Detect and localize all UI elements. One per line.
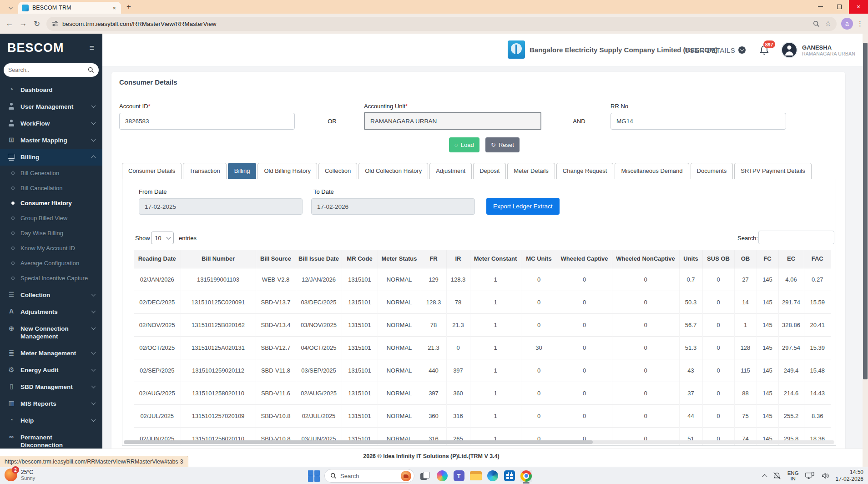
column-header-fc[interactable]: FC [757, 250, 778, 268]
volume-icon[interactable] [821, 471, 830, 480]
column-header-sus-ob[interactable]: SUS OB [702, 250, 734, 268]
tab-miscellaneous-demand[interactable]: Miscellaneous Demand [615, 163, 689, 179]
bookmark-star-icon[interactable]: ☆ [825, 20, 831, 28]
column-header-wheeled-captive[interactable]: Wheeled Captive [557, 250, 612, 268]
column-header-bill-number[interactable]: Bill Number [181, 250, 256, 268]
edge-button[interactable] [486, 470, 499, 482]
tray-expand-icon[interactable] [762, 474, 767, 479]
file-explorer-button[interactable] [469, 470, 482, 482]
notifications-off-icon[interactable] [772, 471, 782, 480]
back-button[interactable]: ← [3, 19, 16, 28]
sidebar-item-bill-cancellation[interactable]: Bill Cancellation [0, 181, 102, 196]
zoom-icon[interactable] [813, 20, 820, 27]
taskbar-weather[interactable]: 2 25°C Sunny [5, 469, 35, 481]
tab-old-billing-history[interactable]: Old Billing History [257, 163, 317, 179]
tab-transaction[interactable]: Transaction [183, 163, 226, 179]
language-indicator[interactable]: ENGIN [787, 470, 799, 481]
browser-profile-avatar[interactable]: a [841, 18, 853, 30]
new-tab-button[interactable]: + [126, 2, 131, 11]
from-date-input[interactable] [139, 198, 303, 215]
start-button[interactable] [308, 470, 320, 482]
column-header-meter-status[interactable]: Meter Status [378, 250, 421, 268]
tab-documents[interactable]: Documents [691, 163, 733, 179]
rr-no-input[interactable] [611, 113, 786, 130]
sidebar-item-master-mapping[interactable]: Master Mapping [0, 132, 102, 149]
sidebar-item-meter-management[interactable]: Meter Management [0, 345, 102, 362]
sidebar-item-help[interactable]: Help [0, 412, 102, 429]
sidebar-item-bill-generation[interactable]: Bill Generation [0, 166, 102, 181]
sidebar-item-billing[interactable]: Billing [0, 149, 102, 166]
sidebar-item-workflow[interactable]: WorkFlow [0, 115, 102, 132]
sidebar-item-dashboard[interactable]: Dashboard [0, 81, 102, 98]
sidebar-item-collection[interactable]: Collection [0, 287, 102, 303]
network-icon[interactable] [805, 471, 815, 480]
taskbar-search[interactable]: Search [324, 469, 414, 483]
to-date-input[interactable] [311, 198, 475, 215]
export-ledger-button[interactable]: Export Ledger Extract [486, 198, 560, 215]
load-button[interactable]: ◌Load [449, 137, 479, 152]
taskbar-clock[interactable]: 14:5017-02-2026 [836, 469, 863, 483]
task-view-button[interactable] [419, 470, 431, 482]
tab-meter-details[interactable]: Meter Details [507, 163, 555, 179]
browser-menu-icon[interactable]: ⋮ [857, 20, 863, 28]
sidebar-item-group-billed-view[interactable]: Group Billed View [0, 211, 102, 226]
teams-button[interactable]: T [453, 470, 465, 482]
column-header-reading-date[interactable]: Reading Date [134, 250, 181, 268]
forward-button[interactable]: → [16, 19, 30, 28]
store-button[interactable] [503, 470, 515, 482]
column-header-mr-code[interactable]: MR Code [342, 250, 378, 268]
sidebar-item-consumer-history[interactable]: Consumer History [0, 196, 102, 211]
column-header-units[interactable]: Units [679, 250, 702, 268]
window-minimize-button[interactable] [811, 0, 830, 14]
account-id-input[interactable] [119, 113, 295, 130]
window-close-button[interactable]: × [849, 0, 868, 14]
column-header-mc-units[interactable]: MC Units [521, 250, 557, 268]
page-size-select[interactable]: 10 [151, 232, 174, 244]
reload-button[interactable]: ↻ [30, 19, 44, 29]
column-header-wheeled-noncaptive[interactable]: Wheeled NonCaptive [612, 250, 679, 268]
sidebar-item-day-wise-billing[interactable]: Day Wise Billing [0, 226, 102, 241]
column-header-ir[interactable]: IR [446, 250, 470, 268]
column-header-bill-issue-date[interactable]: Bill Issue Date [296, 250, 342, 268]
tab-billing[interactable]: Billing [228, 163, 257, 179]
sidebar-search-input[interactable] [8, 67, 88, 73]
window-maximize-button[interactable] [830, 0, 849, 14]
tab-collection[interactable]: Collection [318, 163, 357, 179]
browser-tab[interactable]: BESCOM-TRM × [18, 2, 121, 14]
column-header-fr[interactable]: FR [421, 250, 446, 268]
copilot-button[interactable] [436, 470, 448, 482]
tab-consumer-details[interactable]: Consumer Details [122, 163, 182, 179]
tab-change-request[interactable]: Change Request [556, 163, 614, 179]
tab-search-icon[interactable] [9, 5, 13, 10]
tab-srtpv-payment-details[interactable]: SRTPV Payment Details [734, 163, 811, 179]
horizontal-scrollbar[interactable] [124, 440, 834, 444]
sidebar-item-average-configuration[interactable]: Average Configuration [0, 256, 102, 271]
sidebar-item-know-my-account-id[interactable]: Know My Account ID [0, 241, 102, 256]
user-avatar[interactable] [781, 42, 797, 58]
user-details-menu[interactable]: USER DETAILS [685, 46, 746, 54]
address-bar[interactable]: bescom.trm.ieasybill.com/RRMasterView/RR… [46, 17, 837, 31]
sidebar-item-special-incentive-capture[interactable]: Special Incentive Capture [0, 271, 102, 286]
notifications-button[interactable]: 897 [759, 45, 769, 55]
column-header-fac[interactable]: FAC [804, 250, 831, 268]
reset-button[interactable]: ↻Reset [485, 137, 520, 152]
column-header-bill-source[interactable]: Bill Source [256, 250, 296, 268]
column-header-ec[interactable]: EC [778, 250, 804, 268]
chrome-button[interactable] [520, 470, 532, 482]
sidebar-item-permanent-disconnection[interactable]: Permanent Disconnection [0, 429, 102, 449]
tab-old-collection-history[interactable]: Old Collection History [358, 163, 428, 179]
sidebar-item-mis-reports[interactable]: MIS Reports [0, 395, 102, 412]
sidebar-item-user-management[interactable]: User Management [0, 98, 102, 115]
tab-close-icon[interactable]: × [111, 5, 117, 11]
column-header-ob[interactable]: OB [734, 250, 757, 268]
tab-deposit[interactable]: Deposit [473, 163, 506, 179]
sidebar-item-new-connection-management[interactable]: New Connection Management [0, 320, 102, 345]
tab-adjustment[interactable]: Adjustment [429, 163, 472, 179]
sidebar-item-adjustments[interactable]: Adjustments [0, 303, 102, 320]
sidebar-search[interactable] [4, 63, 99, 77]
table-search-input[interactable] [758, 231, 834, 244]
accounting-unit-input[interactable] [364, 112, 541, 130]
vertical-scrollbar[interactable] [863, 34, 868, 467]
hamburger-icon[interactable]: ≡ [89, 43, 94, 53]
column-header-meter-constant[interactable]: Meter Constant [470, 250, 521, 268]
